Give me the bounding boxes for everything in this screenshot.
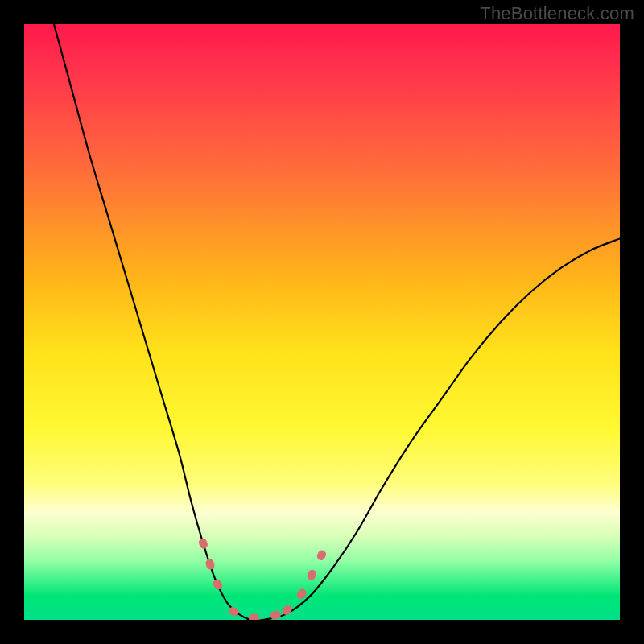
- plot-area: [24, 24, 620, 620]
- curve-layer: [24, 24, 620, 620]
- chart-frame: TheBottleneck.com: [0, 0, 644, 644]
- bottleneck-curve: [54, 24, 620, 620]
- attribution-text: TheBottleneck.com: [480, 3, 634, 24]
- highlight-range: [203, 543, 322, 618]
